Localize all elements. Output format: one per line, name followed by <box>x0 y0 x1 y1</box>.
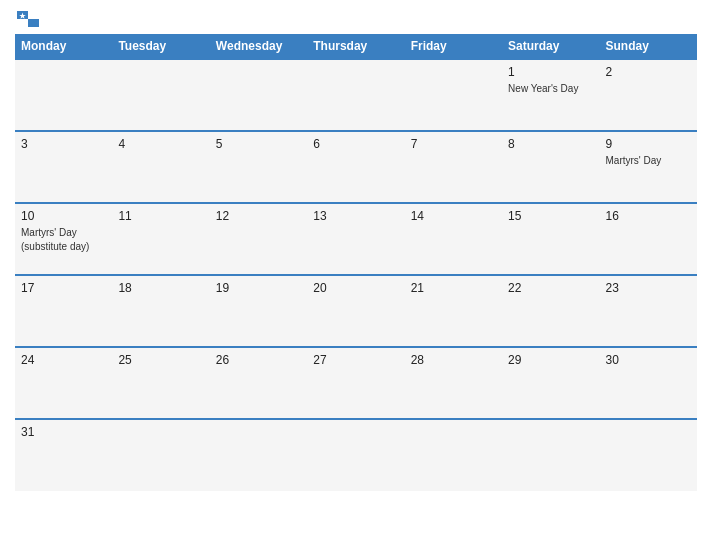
weekday-header-tuesday: Tuesday <box>112 34 209 59</box>
calendar-cell: 23 <box>600 275 697 347</box>
calendar-cell: 18 <box>112 275 209 347</box>
weekday-header-sunday: Sunday <box>600 34 697 59</box>
calendar-cell: 14 <box>405 203 502 275</box>
calendar-week-row: 3456789Martyrs' Day <box>15 131 697 203</box>
day-number: 2 <box>606 65 691 79</box>
calendar-cell: 16 <box>600 203 697 275</box>
day-number: 4 <box>118 137 203 151</box>
day-number: 11 <box>118 209 203 223</box>
day-number: 7 <box>411 137 496 151</box>
calendar-cell: 21 <box>405 275 502 347</box>
calendar-cell: 29 <box>502 347 599 419</box>
day-number: 15 <box>508 209 593 223</box>
day-number: 28 <box>411 353 496 367</box>
calendar-cell <box>15 59 112 131</box>
calendar-cell: 2 <box>600 59 697 131</box>
holiday-label: Martyrs' Day <box>606 155 662 166</box>
calendar-cell: 27 <box>307 347 404 419</box>
calendar-cell <box>405 419 502 491</box>
calendar-cell <box>112 419 209 491</box>
calendar-cell: 8 <box>502 131 599 203</box>
calendar-cell: 11 <box>112 203 209 275</box>
calendar-week-row: 31 <box>15 419 697 491</box>
day-number: 5 <box>216 137 301 151</box>
day-number: 20 <box>313 281 398 295</box>
calendar-cell: 5 <box>210 131 307 203</box>
calendar-cell <box>600 419 697 491</box>
day-number: 16 <box>606 209 691 223</box>
day-number: 18 <box>118 281 203 295</box>
calendar-body: 1New Year's Day23456789Martyrs' Day10Mar… <box>15 59 697 491</box>
day-number: 14 <box>411 209 496 223</box>
calendar-cell: 30 <box>600 347 697 419</box>
calendar-cell: 31 <box>15 419 112 491</box>
holiday-label: Martyrs' Day(substitute day) <box>21 227 89 252</box>
day-number: 31 <box>21 425 106 439</box>
calendar-cell: 1New Year's Day <box>502 59 599 131</box>
day-number: 8 <box>508 137 593 151</box>
day-number: 26 <box>216 353 301 367</box>
day-number: 22 <box>508 281 593 295</box>
calendar-cell: 15 <box>502 203 599 275</box>
weekday-header-friday: Friday <box>405 34 502 59</box>
calendar-cell: 26 <box>210 347 307 419</box>
calendar-header <box>15 10 697 26</box>
day-number: 12 <box>216 209 301 223</box>
calendar-cell: 9Martyrs' Day <box>600 131 697 203</box>
calendar-cell: 12 <box>210 203 307 275</box>
calendar-cell <box>210 419 307 491</box>
calendar-cell: 3 <box>15 131 112 203</box>
calendar-table: MondayTuesdayWednesdayThursdayFridaySatu… <box>15 34 697 491</box>
calendar-week-row: 17181920212223 <box>15 275 697 347</box>
logo <box>15 10 39 26</box>
calendar-cell: 22 <box>502 275 599 347</box>
calendar-cell: 6 <box>307 131 404 203</box>
calendar-cell: 19 <box>210 275 307 347</box>
calendar-week-row: 24252627282930 <box>15 347 697 419</box>
weekday-header-thursday: Thursday <box>307 34 404 59</box>
svg-rect-1 <box>28 11 39 19</box>
day-number: 1 <box>508 65 593 79</box>
weekday-header-monday: Monday <box>15 34 112 59</box>
calendar-cell <box>405 59 502 131</box>
weekday-header-wednesday: Wednesday <box>210 34 307 59</box>
weekday-header-saturday: Saturday <box>502 34 599 59</box>
day-number: 27 <box>313 353 398 367</box>
calendar-cell: 24 <box>15 347 112 419</box>
day-number: 6 <box>313 137 398 151</box>
day-number: 24 <box>21 353 106 367</box>
calendar-cell <box>307 59 404 131</box>
calendar-cell <box>502 419 599 491</box>
calendar-cell: 17 <box>15 275 112 347</box>
calendar-thead: MondayTuesdayWednesdayThursdayFridaySatu… <box>15 34 697 59</box>
calendar-cell: 10Martyrs' Day(substitute day) <box>15 203 112 275</box>
day-number: 25 <box>118 353 203 367</box>
calendar-cell: 25 <box>112 347 209 419</box>
calendar-cell: 13 <box>307 203 404 275</box>
day-number: 29 <box>508 353 593 367</box>
calendar-cell <box>307 419 404 491</box>
calendar-cell: 20 <box>307 275 404 347</box>
calendar-container: MondayTuesdayWednesdayThursdayFridaySatu… <box>0 0 712 550</box>
calendar-cell: 28 <box>405 347 502 419</box>
svg-rect-2 <box>17 19 28 27</box>
day-number: 19 <box>216 281 301 295</box>
calendar-week-row: 10Martyrs' Day(substitute day)1112131415… <box>15 203 697 275</box>
logo-flag-icon <box>17 11 39 27</box>
day-number: 21 <box>411 281 496 295</box>
day-number: 9 <box>606 137 691 151</box>
day-number: 30 <box>606 353 691 367</box>
calendar-week-row: 1New Year's Day2 <box>15 59 697 131</box>
day-number: 17 <box>21 281 106 295</box>
calendar-cell: 7 <box>405 131 502 203</box>
calendar-cell: 4 <box>112 131 209 203</box>
calendar-cell <box>112 59 209 131</box>
day-number: 10 <box>21 209 106 223</box>
calendar-header-row: MondayTuesdayWednesdayThursdayFridaySatu… <box>15 34 697 59</box>
day-number: 23 <box>606 281 691 295</box>
day-number: 13 <box>313 209 398 223</box>
calendar-cell <box>210 59 307 131</box>
holiday-label: New Year's Day <box>508 83 578 94</box>
day-number: 3 <box>21 137 106 151</box>
